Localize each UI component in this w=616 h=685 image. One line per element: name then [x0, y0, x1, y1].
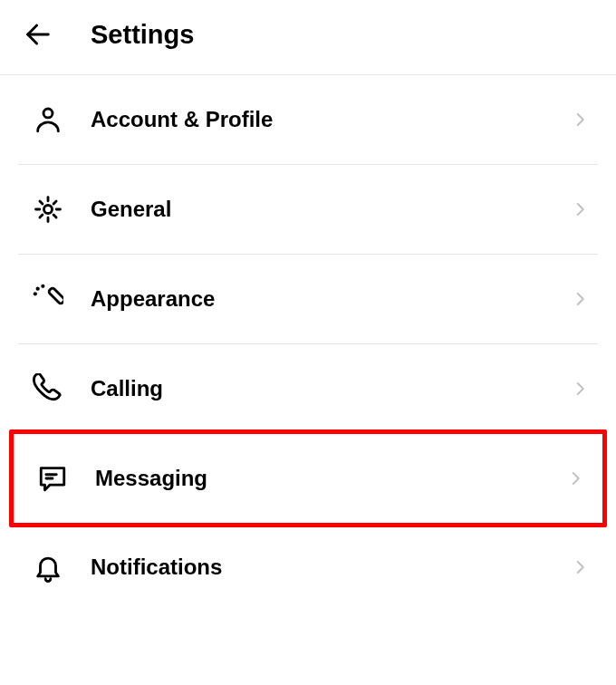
settings-item-calling[interactable]: Calling [18, 344, 598, 434]
chevron-right-icon [569, 198, 591, 220]
message-icon [35, 461, 70, 496]
page-title: Settings [91, 20, 194, 50]
settings-item-account-profile[interactable]: Account & Profile [18, 75, 598, 165]
chevron-right-icon [569, 378, 591, 400]
phone-icon [31, 371, 65, 406]
person-icon [31, 102, 65, 137]
settings-list: Account & Profile General [0, 75, 616, 612]
svg-point-1 [43, 109, 53, 118]
item-label: Account & Profile [91, 107, 569, 132]
item-label: General [91, 197, 569, 222]
header: Settings [0, 0, 616, 74]
back-button[interactable] [22, 18, 54, 51]
settings-item-notifications[interactable]: Notifications [18, 523, 598, 612]
settings-item-appearance[interactable]: Appearance [18, 255, 598, 344]
svg-point-2 [43, 205, 52, 213]
item-label: Notifications [91, 555, 569, 580]
settings-item-messaging[interactable]: Messaging [9, 429, 607, 527]
item-label: Calling [91, 376, 569, 401]
wand-icon [31, 282, 65, 316]
bell-icon [31, 550, 65, 584]
item-label: Appearance [91, 286, 569, 312]
chevron-right-icon [569, 109, 591, 130]
gear-icon [31, 192, 65, 227]
item-label: Messaging [95, 466, 564, 491]
arrow-left-icon [23, 19, 53, 50]
chevron-right-icon [564, 468, 586, 489]
svg-rect-3 [48, 287, 63, 304]
chevron-right-icon [569, 556, 591, 578]
settings-item-general[interactable]: General [18, 165, 598, 255]
chevron-right-icon [569, 288, 591, 310]
